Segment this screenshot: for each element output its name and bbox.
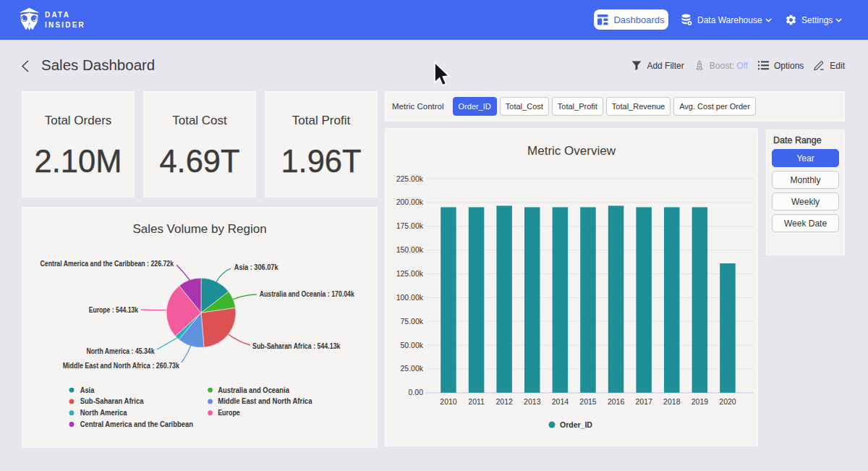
svg-text:75.00k: 75.00k — [400, 317, 423, 326]
svg-text:225.00k: 225.00k — [396, 174, 424, 183]
svg-text:Sub-Saharan Africa : 544.13k: Sub-Saharan Africa : 544.13k — [252, 342, 341, 350]
svg-text:2015: 2015 — [579, 397, 597, 406]
svg-text:North America : 45.34k: North America : 45.34k — [87, 347, 155, 355]
svg-text:25.00k: 25.00k — [400, 364, 423, 373]
svg-text:2018: 2018 — [663, 397, 681, 406]
svg-text:2017: 2017 — [636, 397, 653, 406]
svg-text:2020: 2020 — [719, 397, 736, 406]
svg-text:2014: 2014 — [552, 397, 569, 406]
svg-text:Sales Volume by Region: Sales Volume by Region — [132, 222, 266, 236]
svg-text:Europe : 544.13k: Europe : 544.13k — [89, 306, 139, 314]
svg-text:125.00k: 125.00k — [396, 269, 424, 278]
svg-text:2019: 2019 — [692, 397, 709, 406]
svg-text:200.00k: 200.00k — [396, 198, 424, 206]
svg-text:2013: 2013 — [524, 397, 541, 406]
svg-text:Central America and the Caribb: Central America and the Caribbean : 226.… — [41, 260, 174, 268]
svg-text:Australia and Oceania : 170.04: Australia and Oceania : 170.04k — [260, 290, 354, 298]
svg-text:North America: North America — [80, 408, 127, 417]
svg-text:Central America and the Caribb: Central America and the Caribbean — [80, 420, 193, 428]
svg-text:Order_ID: Order_ID — [560, 420, 592, 429]
svg-text:100.00k: 100.00k — [396, 293, 424, 302]
svg-text:2012: 2012 — [496, 397, 514, 406]
svg-text:Sub-Saharan Africa: Sub-Saharan Africa — [80, 396, 144, 405]
svg-text:150.00k: 150.00k — [396, 245, 424, 254]
svg-text:2016: 2016 — [608, 397, 625, 406]
svg-text:Asia: Asia — [80, 386, 95, 394]
svg-text:175.00k: 175.00k — [396, 221, 424, 230]
svg-text:Asia : 306.07k: Asia : 306.07k — [234, 263, 278, 271]
svg-text:50.00k: 50.00k — [400, 341, 423, 349]
svg-text:Middle East and North Africa :: Middle East and North Africa : 260.73k — [63, 362, 180, 370]
svg-text:Europe: Europe — [218, 408, 240, 417]
svg-text:0.00: 0.00 — [409, 388, 424, 396]
svg-text:2010: 2010 — [440, 397, 457, 406]
svg-text:Metric Overview: Metric Overview — [527, 144, 616, 158]
svg-text:Australia and Oceania: Australia and Oceania — [218, 386, 289, 394]
svg-text:Middle East and North Africa: Middle East and North Africa — [218, 396, 312, 405]
svg-text:2011: 2011 — [468, 397, 485, 406]
